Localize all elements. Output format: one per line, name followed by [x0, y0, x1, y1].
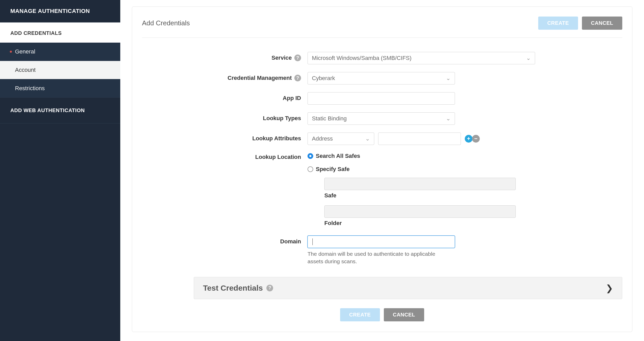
chevron-down-icon: ⌄ — [526, 55, 531, 61]
sidebar-section-add-credentials: ADD CREDENTIALS — [0, 22, 120, 43]
add-attribute-button[interactable]: + — [465, 135, 473, 143]
lookup-types-label: Lookup Types — [263, 115, 301, 122]
lookup-attribute-key-value: Address — [312, 135, 333, 142]
row-lookup-attributes: Lookup Attributes Address ⌄ + − — [142, 133, 622, 145]
lookup-location-label: Lookup Location — [255, 154, 301, 160]
cancel-button-footer[interactable]: CANCEL — [384, 308, 424, 321]
chevron-down-icon: ⌄ — [365, 135, 370, 142]
page-title: Add Credentials — [142, 19, 190, 27]
sidebar: MANAGE AUTHENTICATION ADD CREDENTIALS Ge… — [0, 0, 120, 341]
card-header: Add Credentials CREATE CANCEL — [142, 17, 622, 38]
radio-label: Specify Safe — [316, 166, 350, 173]
service-value: Microsoft Windows/Samba (SMB/CIFS) — [312, 55, 411, 61]
service-label: Service — [272, 55, 292, 61]
test-credentials-title: Test Credentials — [203, 284, 263, 292]
chevron-right-icon: ❯ — [606, 283, 613, 293]
sidebar-header: MANAGE AUTHENTICATION — [0, 0, 120, 22]
sidebar-item-restrictions[interactable]: Restrictions — [0, 79, 120, 98]
lookup-attribute-value-input[interactable] — [378, 133, 461, 145]
lookup-attribute-key-select[interactable]: Address ⌄ — [308, 133, 374, 145]
folder-sublabel: Folder — [324, 220, 516, 227]
radio-search-all-safes[interactable]: Search All Safes — [308, 153, 360, 159]
row-lookup-types: Lookup Types Static Binding ⌄ — [142, 112, 622, 125]
chevron-down-icon: ⌄ — [446, 115, 451, 122]
credential-management-value: Cyberark — [312, 75, 335, 82]
remove-attribute-button[interactable]: − — [472, 135, 480, 143]
app-id-input[interactable] — [308, 92, 455, 105]
help-icon[interactable]: ? — [266, 285, 273, 291]
credential-management-label: Credential Management — [228, 75, 292, 81]
folder-input — [324, 205, 516, 218]
main-content: Add Credentials CREATE CANCEL Service ? … — [120, 0, 644, 341]
radio-specify-safe[interactable]: Specify Safe — [308, 166, 350, 173]
sidebar-section-add-web-auth[interactable]: ADD WEB AUTHENTICATION — [0, 98, 120, 123]
radio-icon — [308, 153, 313, 159]
row-lookup-location: Lookup Location Search All Safes Specify… — [142, 153, 622, 227]
radio-label: Search All Safes — [316, 153, 360, 159]
radio-icon — [308, 166, 313, 172]
sidebar-item-label: Account — [15, 67, 36, 73]
row-credential-management: Credential Management ? Cyberark ⌄ — [142, 72, 622, 84]
app-id-label: App ID — [283, 95, 301, 102]
row-app-id: App ID — [142, 92, 622, 105]
domain-label: Domain — [280, 238, 301, 245]
footer-buttons: CREATE CANCEL — [142, 308, 622, 321]
sidebar-item-label: Restrictions — [15, 85, 45, 91]
domain-input[interactable] — [308, 236, 455, 248]
row-service: Service ? Microsoft Windows/Samba (SMB/C… — [142, 52, 622, 64]
lookup-types-value: Static Binding — [312, 115, 347, 122]
test-credentials-panel[interactable]: Test Credentials ? ❯ — [194, 277, 622, 299]
domain-help-text: The domain will be used to authenticate … — [308, 250, 452, 265]
credential-management-select[interactable]: Cyberark ⌄ — [308, 72, 455, 84]
sidebar-item-label: General — [15, 48, 35, 55]
safe-sublabel: Safe — [324, 192, 516, 199]
service-select[interactable]: Microsoft Windows/Samba (SMB/CIFS) ⌄ — [308, 52, 535, 64]
add-remove-controls: + − — [465, 135, 480, 143]
text-cursor-icon — [312, 238, 313, 245]
sidebar-item-account[interactable]: Account — [0, 61, 120, 79]
add-credentials-card: Add Credentials CREATE CANCEL Service ? … — [132, 6, 632, 332]
cancel-button[interactable]: CANCEL — [582, 17, 622, 30]
status-dot-icon — [10, 51, 12, 53]
lookup-attributes-label: Lookup Attributes — [252, 135, 301, 142]
header-buttons: CREATE CANCEL — [538, 17, 622, 30]
create-button[interactable]: CREATE — [538, 17, 578, 30]
row-domain: Domain The domain will be used to authen… — [142, 236, 622, 265]
safe-input — [324, 178, 516, 190]
sidebar-item-general[interactable]: General — [0, 43, 120, 61]
chevron-down-icon: ⌄ — [446, 75, 451, 82]
lookup-types-select[interactable]: Static Binding ⌄ — [308, 112, 455, 125]
help-icon[interactable]: ? — [294, 55, 301, 61]
help-icon[interactable]: ? — [294, 75, 301, 81]
form: Service ? Microsoft Windows/Samba (SMB/C… — [142, 52, 622, 321]
create-button-footer[interactable]: CREATE — [340, 308, 380, 321]
